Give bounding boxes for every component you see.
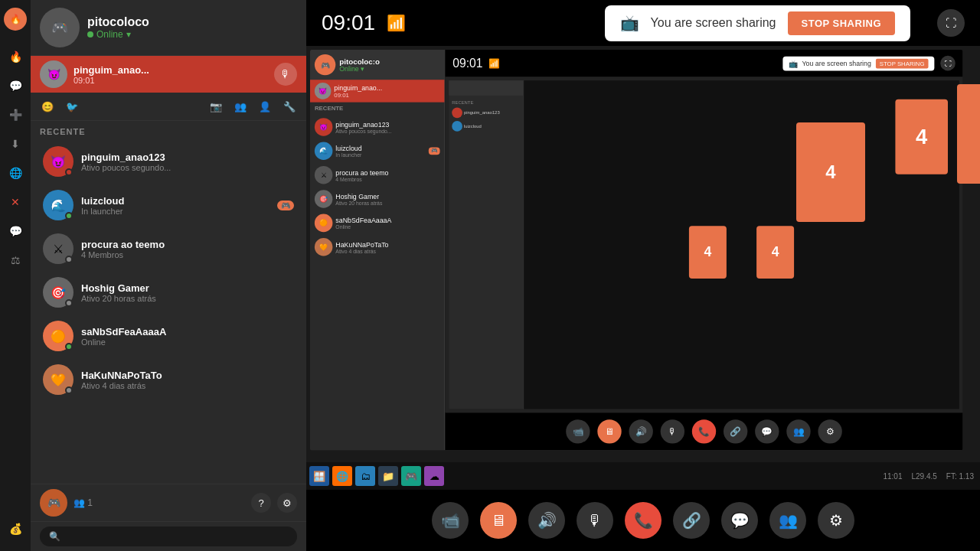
participants-button[interactable]: 👥	[769, 502, 806, 539]
call-contact-name: pinguim_anao...	[74, 64, 268, 76]
toolbar-friends-button[interactable]: 👥	[230, 96, 251, 117]
sidebar-icon-add[interactable]: ➕	[5, 104, 26, 126]
friend-avatar-luizcloud: 🌊	[43, 190, 74, 220]
friend-activity-procura: 4 Membros	[81, 250, 294, 259]
friend-item-pinguim[interactable]: 😈 pinguim_anao123 Ativo poucos segundo..…	[34, 140, 303, 183]
inner-screen-area: RECENTE pinguim_anao123 luizcloud	[445, 77, 962, 412]
toolbar-add-friend-button[interactable]: 👤	[254, 96, 276, 117]
status-dot	[87, 31, 93, 37]
sidebar-icon-message[interactable]: 💬	[5, 220, 26, 242]
left-sidebar: 🔥 🔥 💬 ➕ ⬇ 🌐 ✕ 💬 ⚖ 💰	[0, 0, 31, 551]
sidebar-icon-download[interactable]: ⬇	[5, 133, 26, 155]
search-area	[31, 521, 306, 551]
sidebar-icon-globe[interactable]: 🌐	[5, 162, 26, 184]
call-contact-avatar: 😈	[40, 60, 67, 88]
camera-button[interactable]: 📹	[432, 502, 469, 539]
deep-recursion: RECENTE pinguim_anao123 luizcloud	[449, 80, 959, 409]
active-call-bar: 😈 pinguim_anao... 09:01 🎙	[31, 56, 306, 93]
friend-info-hoshig: Hoshig Gamer Ativo 20 horas atrás	[81, 282, 294, 303]
toolbar-emoji-button[interactable]: 😊	[37, 96, 58, 117]
friend-name-hakun: HaKuNNaPoTaTo	[81, 370, 294, 381]
sidebar-icon-chat[interactable]: 💬	[5, 75, 26, 96]
mute-microphone-button[interactable]: 🎙	[274, 63, 297, 86]
search-input[interactable]	[40, 527, 297, 546]
time-display: 09:01	[322, 11, 375, 35]
taskbar-stats: L29.4.5	[908, 472, 939, 481]
toolbar-settings-button[interactable]: 🔧	[279, 96, 300, 117]
friend-item-procura[interactable]: ⚔ procura ao teemo 4 Membros	[34, 227, 303, 270]
friend-item-hakun[interactable]: 🧡 HaKuNNaPoTaTo Ativo 4 dias atrás	[34, 358, 303, 401]
main-topbar: 09:01 📶 📺 You are screen sharing STOP SH…	[306, 0, 980, 46]
section-recente-label: RECENTE	[31, 121, 306, 139]
inner-friend-pinguim: 😈 pinguim_anao123 Ativo poucos segundo..…	[310, 115, 444, 139]
fullscreen-button[interactable]: ⛶	[937, 9, 965, 37]
sidebar-icon-close[interactable]: ✕	[5, 191, 26, 213]
status-text: Online	[96, 29, 123, 40]
stop-sharing-button[interactable]: STOP SHARING	[788, 11, 895, 35]
friend-item-hoshig[interactable]: 🎯 Hoshig Gamer Ativo 20 horas atrás	[34, 271, 303, 314]
chat-header: 🎮 pitocoloco Online ▾	[31, 0, 306, 56]
friends-list: 😈 pinguim_anao123 Ativo poucos segundo..…	[31, 139, 306, 484]
chat-panel: 🎮 pitocoloco Online ▾ 😈 pinguim_anao... …	[31, 0, 306, 551]
toolbar-photo-button[interactable]: 📷	[205, 96, 227, 117]
friend-info-pinguim: pinguim_anao123 Ativo poucos segundo...	[81, 152, 294, 172]
inner-controls: 📹 🖥 🔊 🎙 📞 🔗 💬 👥 ⚙	[445, 412, 962, 450]
help-button[interactable]: ?	[251, 493, 271, 513]
chat-button[interactable]: 💬	[721, 502, 758, 539]
friend-item-luizcloud[interactable]: 🌊 luizcloud In launcher 🎮	[34, 184, 303, 227]
app-logo: 🔥	[4, 8, 27, 31]
screen-content: 🎮 pitocoloc:o Online ▾ 😈 pinguim_anao...…	[306, 46, 980, 490]
bottom-user-avatar: 🎮	[40, 489, 67, 517]
friend-name-procura: procura ao teemo	[81, 239, 294, 250]
sidebar-icon-coin[interactable]: 💰	[5, 518, 26, 540]
settings-button[interactable]: ⚙	[818, 502, 854, 539]
friend-activity-hoshig: Ativo 20 horas atrás	[81, 294, 294, 303]
call-time: 09:01	[74, 76, 268, 85]
friend-avatar-sanbsd: 🟠	[43, 321, 74, 351]
friend-avatar-hakun: 🧡	[43, 364, 74, 395]
friend-name-luizcloud: luizcloud	[81, 195, 270, 207]
shared-screen: 🎮 pitocoloc:o Online ▾ 😈 pinguim_anao...…	[306, 46, 980, 462]
friend-badge-luizcloud: 🎮	[277, 201, 294, 210]
hangup-button[interactable]: 📞	[625, 502, 662, 539]
taskbar-time: 11:01	[880, 472, 905, 481]
chat-toolbar: 😊 🐦 📷 👥 👤 🔧	[31, 93, 306, 121]
chevron-down-icon: ▾	[126, 29, 131, 40]
user-info: pitocoloco Online ▾	[87, 15, 297, 40]
friend-item-sanbsd[interactable]: 🟠 saNbSdFeaAaaaA Online	[34, 315, 303, 357]
volume-button[interactable]: 🔊	[528, 502, 565, 539]
signal-icon: 📶	[387, 14, 406, 32]
link-button[interactable]: 🔗	[673, 502, 710, 539]
friend-avatar-hoshig: 🎯	[43, 277, 74, 308]
friend-avatar-procura: ⚔	[43, 233, 74, 264]
friend-name-hoshig: Hoshig Gamer	[81, 282, 294, 294]
cast-icon: 📺	[620, 14, 639, 32]
toolbar-twitter-button[interactable]: 🐦	[61, 96, 83, 117]
taskbar-version: FT: 1.13	[943, 472, 977, 481]
panel-settings-button[interactable]: ⚙	[277, 493, 297, 513]
screen-share-text: You are screen sharing	[651, 16, 776, 30]
red-cards-inner: 4	[895, 99, 948, 174]
user-count-label: 👥 1	[74, 497, 93, 508]
friend-name-sanbsd: saNbSdFeaAaaaA	[81, 326, 294, 337]
inner-taskbar: 🪟 🌐 🗂 📁 🎮 ☁ 11:01 L29.4.5 FT: 1.13	[306, 462, 980, 490]
friend-activity-luizcloud: In launcher	[81, 207, 270, 216]
inner-chat-panel: 🎮 pitocoloc:o Online ▾ 😈 pinguim_anao...…	[310, 50, 445, 450]
user-status: Online ▾	[87, 29, 297, 40]
friend-activity-hakun: Ativo 4 dias atrás	[81, 381, 294, 390]
inner-stop-sharing-button[interactable]: STOP SHARING	[876, 58, 929, 68]
friend-activity-pinguim: Ativo poucos segundo...	[81, 163, 294, 172]
bottom-controls-bar: 📹 🖥 🔊 🎙 📞 🔗 💬 👥 ⚙	[306, 490, 980, 551]
friend-info-hakun: HaKuNNaPoTaTo Ativo 4 dias atrás	[81, 370, 294, 390]
inner-main-area: 09:01 📶 📺 You are screen sharing STOP SH…	[445, 50, 962, 450]
friend-activity-sanbsd: Online	[81, 337, 294, 347]
friend-name-pinguim: pinguim_anao123	[81, 152, 294, 163]
friend-info-procura: procura ao teemo 4 Membros	[81, 239, 294, 259]
sidebar-icon-balance[interactable]: ⚖	[5, 249, 26, 271]
screen-share-banner: 📺 You are screen sharing STOP SHARING	[605, 5, 910, 41]
user-avatar: 🎮	[40, 8, 80, 47]
microphone-button[interactable]: 🎙	[577, 502, 613, 539]
username: pitocoloco	[87, 15, 297, 29]
screen-share-button[interactable]: 🖥	[480, 502, 517, 539]
sidebar-icon-flame[interactable]: 🔥	[5, 46, 26, 67]
